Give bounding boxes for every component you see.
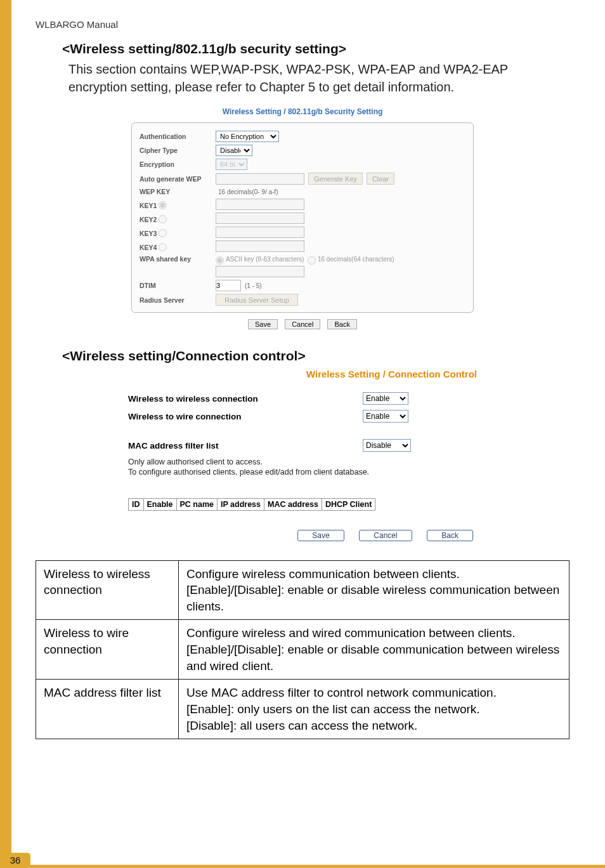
key1-input[interactable] <box>216 199 304 210</box>
manual-title: WLBARGO Manual <box>36 19 569 30</box>
table-row: Wireless to wireless connection Configur… <box>36 560 569 620</box>
key1-radio[interactable] <box>159 201 167 209</box>
cipher-select[interactable]: Disable <box>216 145 252 156</box>
clear-button[interactable]: Clear <box>367 173 394 185</box>
key4-radio[interactable] <box>159 243 167 251</box>
label-wpashared: WPA shared key <box>140 255 216 263</box>
wpa-hex-radio[interactable] <box>308 256 316 265</box>
key2-input[interactable] <box>216 213 304 224</box>
wepkey-note: 16 decimals(0- 9/ a-f) <box>218 188 278 195</box>
col-enable: Enable <box>143 498 176 510</box>
section2-title: <Wireless setting/Connection control> <box>62 348 569 364</box>
mac-filter-note: Only allow authorised client to access. … <box>128 457 477 478</box>
label-wireless-to-wireless: Wireless to wireless connection <box>128 394 363 404</box>
security-panel-heading: Wireless Setting / 802.11g/b Security Se… <box>131 105 474 122</box>
col-pcname: PC name <box>176 498 218 510</box>
page-number: 36 <box>0 853 30 868</box>
desc-value-1: Configure wireless and wired communicati… <box>179 620 569 680</box>
page-footer-bar <box>30 865 605 868</box>
key3-radio[interactable] <box>159 229 167 237</box>
section1-description: This section contains WEP,WAP-PSK, WPA2-… <box>68 60 569 96</box>
sec-cancel-button[interactable]: Cancel <box>285 319 320 329</box>
table-row: Wireless to wire connection Configure wi… <box>36 620 569 680</box>
cc-back-button[interactable]: Back <box>427 530 473 541</box>
label-autogen: Auto generate WEP <box>140 175 216 183</box>
desc-value-2: Use MAC address filter to control networ… <box>179 680 569 739</box>
key4-input[interactable] <box>216 240 304 252</box>
wpa-ascii-radio[interactable] <box>216 256 224 265</box>
desc-value-0: Configure wireless communication between… <box>179 560 569 620</box>
key2-radio[interactable] <box>159 215 167 223</box>
label-cipher: Cipher Type <box>140 147 216 154</box>
wpa-ascii-label: ASCII key (8-63 characters) <box>226 256 304 263</box>
label-key1: KEY1 <box>140 200 216 209</box>
generate-key-button[interactable]: Generate Key <box>308 173 363 185</box>
mac-filter-table: ID Enable PC name IP address MAC address… <box>128 498 375 511</box>
key3-input[interactable] <box>216 227 304 238</box>
label-dtim: DTIM <box>140 282 216 289</box>
wireless-to-wire-select[interactable]: Enable <box>363 410 408 423</box>
col-dhcp: DHCP Client <box>322 498 375 510</box>
label-encryption: Encryption <box>140 161 216 168</box>
label-key3: KEY3 <box>140 228 216 237</box>
authentication-select[interactable]: No Encryption <box>216 131 279 142</box>
connection-control-panel: Wireless Setting / Connection Control Wi… <box>128 369 477 541</box>
autogen-input[interactable] <box>216 173 304 185</box>
wpa-hex-label: 16 decimals(64 characters) <box>318 256 394 263</box>
desc-name-2: MAC address filter list <box>36 680 179 739</box>
mac-filter-select[interactable]: Disable <box>363 439 411 452</box>
col-mac: MAC address <box>264 498 322 510</box>
label-authentication: Authentication <box>140 133 216 140</box>
sec-back-button[interactable]: Back <box>327 319 356 329</box>
sec-save-button[interactable]: Save <box>248 319 278 329</box>
cc-save-button[interactable]: Save <box>297 530 344 541</box>
security-settings-panel: Wireless Setting / 802.11g/b Security Se… <box>131 105 474 329</box>
label-wepkey: WEP KEY <box>140 188 216 195</box>
wireless-to-wireless-select[interactable]: Enable <box>363 392 408 405</box>
col-ip: IP address <box>218 498 264 510</box>
label-wireless-to-wire: Wireless to wire connection <box>128 412 363 421</box>
label-key2: KEY2 <box>140 214 216 223</box>
wpa-key-input[interactable] <box>216 266 304 277</box>
section1-title: <Wireless setting/802.11g/b security set… <box>62 41 569 56</box>
col-id: ID <box>129 498 144 510</box>
label-key4: KEY4 <box>140 242 216 251</box>
table-row: MAC address filter list Use MAC address … <box>36 680 569 739</box>
dtim-input[interactable] <box>216 280 241 291</box>
label-mac-filter: MAC address filter list <box>128 441 363 450</box>
connection-control-heading: Wireless Setting / Connection Control <box>128 369 477 379</box>
desc-name-1: Wireless to wire connection <box>36 620 179 680</box>
radius-setup-button[interactable]: Radius Server Setup <box>216 294 298 306</box>
dtim-note: (1 - 5) <box>245 282 262 289</box>
desc-name-0: Wireless to wireless connection <box>36 560 179 620</box>
settings-description-table: Wireless to wireless connection Configur… <box>36 560 569 740</box>
encryption-select[interactable]: 64 bit <box>216 159 247 170</box>
label-radius: Radius Server <box>140 296 216 304</box>
cc-cancel-button[interactable]: Cancel <box>359 530 412 541</box>
